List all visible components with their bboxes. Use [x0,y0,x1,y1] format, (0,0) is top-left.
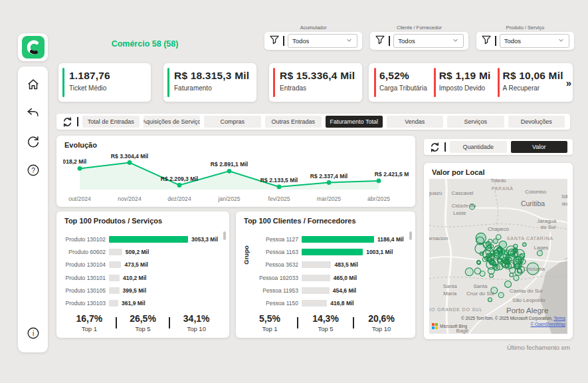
kpi-segment: R$ 10,06 MilA Recuperar [494,63,566,102]
filter-box: Todos [264,32,362,50]
tab-6[interactable]: Serviços [447,116,504,128]
stat-value: 16,7% [63,313,116,324]
stat-label: Top 5 [298,325,353,332]
bar-row[interactable]: Pessoa 3632483,5 Mil [250,260,407,270]
kpi-label: A Recuperar [503,84,563,92]
bar-row[interactable]: Produto 1301023053,3 Mil [64,234,221,244]
scrollbar-thumb[interactable] [223,231,226,240]
bar-row[interactable]: Pessoa 11271186,4 Mil [250,234,407,244]
home-icon[interactable] [26,77,41,92]
top-clients-title: Top 100 Clientes / Fornecedores [244,217,356,225]
evolution-line-chart[interactable]: R$ 3.018,2 Milout/2024R$ 3.304,4 Milnov/… [63,152,409,205]
data-point [277,185,282,190]
terms-link[interactable]: Terms [553,316,565,320]
bar [302,287,330,294]
bar-row[interactable]: Pessoa 11631003,1 Mil [250,247,407,257]
bar-value: 399,5 Mil [123,287,146,294]
quantity-value-toggle: QuantidadeValor [424,139,573,155]
filter-dropdown[interactable]: Todos [288,34,357,48]
tab-3[interactable]: Outras Entradas [265,116,322,128]
bar-row[interactable]: Pessoa 11953454,6 Mil [250,285,407,295]
refresh-icon[interactable] [26,134,41,149]
svg-text:i: i [32,330,33,337]
stat-value: 14,3% [298,313,353,324]
kpi-value: R$ 1,19 Mi [439,70,491,82]
tab-0[interactable]: Total de Entradas [82,116,140,128]
kpi-value: R$ 15.336,4 Mil [280,70,355,82]
stat-label: Top 10 [354,325,409,332]
kpi-value: R$ 18.315,3 Mil [174,70,250,82]
filter-label: Produto / Serviço [476,25,574,31]
bar-row[interactable]: Produto 130101410,2 Mil [64,273,221,283]
bar-zone: 1186,4 Mil [302,236,407,243]
funnel-icon [375,35,385,48]
scrollbar-thumb[interactable] [409,231,412,240]
toggle-0[interactable]: Quantidade [450,141,507,153]
app-logo [18,33,48,61]
kpi-group-card: 6,52%Carga TributáriaR$ 1,19 MiImposto D… [369,63,573,102]
toggle-1[interactable]: Valor [511,141,568,153]
bar-row[interactable]: Produto 130104473,5 Mil [64,260,221,270]
svg-text:R$ 3.304,4 Mil: R$ 3.304,4 Mil [111,153,148,160]
stat-label: Top 5 [117,325,169,332]
top-stat: 20,6%Top 10 [354,313,409,332]
bar-row[interactable]: Produto 60602509,2 Mil [64,247,221,257]
kpi-accent-bar [374,68,376,97]
bar-row[interactable]: Produto 130103361,9 Mil [64,299,221,309]
kpi-accent-bar [498,68,500,97]
bar-value: 1186,4 Mil [377,236,404,243]
bar-value: 473,5 Mil [124,261,147,268]
tab-5[interactable]: Vendas [387,116,444,128]
bar-value: 454,6 Mil [333,287,356,294]
svg-text:abr/2025: abr/2025 [367,195,390,202]
stat-label: Top 10 [170,325,223,332]
svg-text:?: ? [31,167,35,174]
funnel-icon [269,35,280,48]
data-point [377,179,381,184]
attribution-text: © 2025 TomTom, © 2025 Microsoft Corporat… [461,316,553,320]
tab-7[interactable]: Devoluções [508,116,565,128]
kpi-value: 6,52% [379,70,427,82]
bar-zone: 483,5 Mil [302,261,407,268]
expand-kpis-icon[interactable]: » [566,63,571,102]
top-products-card: Top 100 Produtos / Serviços Produto 1301… [56,211,229,338]
bar-row[interactable]: Produto 130105399,5 Mil [64,285,221,295]
svg-text:mar/2025: mar/2025 [317,195,342,202]
filter-dropdown[interactable]: Todos [500,34,569,48]
bar-category: Produto 130103 [64,300,106,307]
filters-row: AcumuladorTodosCliente / FornecedorTodos… [264,25,574,50]
bar-row[interactable]: Pessoa 192033465,0 Mil [250,273,407,283]
kpi-label: Imposto Devido [439,84,491,92]
map-data-points [429,179,567,334]
help-icon[interactable]: ? [26,163,41,178]
bar-zone: 465,0 Mil [302,275,407,281]
stat-label: Top 1 [63,325,116,332]
tab-4[interactable]: Faturamento Total [326,116,383,128]
info-icon[interactable]: i [26,326,41,340]
svg-text:jan/2025: jan/2025 [218,195,241,202]
kpi-label: Entradas [280,84,355,92]
top-stat: 26,5%Top 5 [117,313,169,332]
report-tabs: Total de EntradasAquisições de ServiçoCo… [56,114,570,130]
page-title: Comércio 58 (58) [86,39,203,49]
map[interactable]: ToledoPARANÁCascavelColomboaaguazúCidade… [429,179,567,334]
bar [109,300,118,307]
filter-label: Cliente / Fornecedor [370,25,468,31]
kpi-label: Carga Tributária [379,84,427,92]
tab-1[interactable]: Aquisições de Serviço [144,116,201,128]
bar [302,275,330,281]
openstreetmap-link[interactable]: © OpenStreetMap [531,322,565,326]
tab-2[interactable]: Compras [204,116,261,128]
kpi-value: 1.187,76 [69,70,144,82]
back-icon[interactable] [26,106,41,120]
svg-text:R$ 2.421,5 Mil: R$ 2.421,5 Mil [375,171,409,178]
filter-value: Todos [292,37,309,45]
bar-row[interactable]: Pessoa 1150416,8 Mil [250,299,407,309]
reset-icon[interactable] [429,142,441,153]
filter-box: Todos [476,32,574,50]
filter-dropdown[interactable]: Todos [393,34,463,48]
kpi-accent-bar [273,68,275,97]
svg-text:out/2024: out/2024 [68,195,91,202]
reset-icon[interactable] [62,116,73,128]
kpi-card: R$ 15.336,4 MilEntradas [269,63,362,102]
